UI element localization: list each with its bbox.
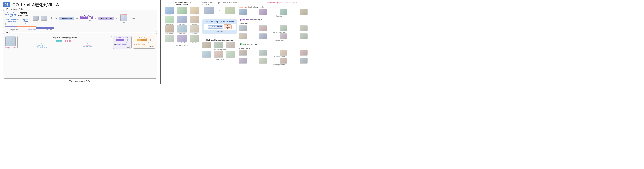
multiview-label: Multiview Images xyxy=(36,46,47,48)
robot-thumb-load-dishes xyxy=(177,16,187,23)
hq-thumbs-2 xyxy=(202,51,237,58)
action-expert-box: Action Expert ... a₀ a₁ a₂ a₃ a₄ … al-1 … xyxy=(133,36,156,49)
eff-thumb-6 xyxy=(259,58,267,64)
efficient-group: Efficient post-training tounseen tasks p… xyxy=(239,42,320,66)
robot-label-make-coffee: make coffee xyxy=(166,33,172,34)
specialized-group: Specialized post-training todifficult ta… xyxy=(239,18,320,41)
slide-title: GO-1：VLA进化到ViLLA xyxy=(12,2,59,8)
lam-decoder: LAM Decoder xyxy=(98,17,114,20)
zero-shot-thumb-4 xyxy=(300,9,308,15)
hq-thumbs xyxy=(202,42,237,48)
robot-cell-flatten-box: flatten box xyxy=(188,35,200,43)
robot-thumb-pack-bottles xyxy=(177,7,187,14)
planner-tok-4 xyxy=(122,39,124,41)
specialized-rows: empty apartment dryer batch fold shirts xyxy=(239,25,320,41)
task-icon: I xyxy=(87,43,88,44)
robot-label-set-table: set table xyxy=(168,42,172,43)
robot-cell-make-coffee: make coffee xyxy=(164,25,176,34)
action-tok-1 xyxy=(137,39,138,41)
frame-ellipsis: ... xyxy=(39,17,40,19)
hq-thumb-3 xyxy=(226,42,235,48)
robot-label-pack-bottles: pack bottles xyxy=(179,14,185,16)
latent-tokens-sub: z₀ z₁ z₂ z₃ … zk-1 xyxy=(82,19,91,21)
framework-caption: The framework of GO-1 xyxy=(3,80,157,82)
robot-dataset-col: π cross-embodimentrobot dataset bus tabl… xyxy=(164,2,200,83)
lam-encoder: LAM Encoder xyxy=(59,17,74,20)
pi0-url[interactable]: https://physicalintelligence.company/blo… xyxy=(239,2,320,4)
latent-tokens-label: Latent Action Tokens xyxy=(80,15,93,17)
hq-thumb-2 xyxy=(214,42,223,48)
top-header-labels: Internet-scalepre-training Open X-Embodi… xyxy=(202,2,237,5)
robot-cell-open-popcorn: open popcorn xyxy=(164,16,176,25)
data-src-cross: Cross-EmbodimentRobot Data xyxy=(5,19,19,23)
results-col: https://physicalintelligence.company/blo… xyxy=(239,2,320,83)
eff-thumb-1 xyxy=(239,50,247,56)
robot-label-sort-legos: sort legos xyxy=(192,24,197,25)
planner-icon-row: ⊡ Latent Planning xyxy=(114,44,130,46)
arrow-2: → xyxy=(76,17,78,20)
action-tok-l xyxy=(150,39,151,41)
robot-grid: bus table pack bottles bag groceries ope… xyxy=(164,7,200,43)
data-src-human: Human Videos xyxy=(18,15,28,17)
robot-thumb-empty-dryer xyxy=(190,25,199,33)
recon-sub: lt+n xyxy=(123,21,125,23)
pretrained-vlm-box: pre-trained VLM xyxy=(208,25,223,29)
robot-thumb-pack-shelf xyxy=(177,35,187,42)
teal-token-row: ... ... xyxy=(19,40,110,42)
bar-row-2 xyxy=(5,27,156,29)
go1-inner: 🦾 "Hang the T-shirt" Large Vision-langua… xyxy=(5,36,156,49)
specialized-title: Specialized post-training todifficult ta… xyxy=(239,18,320,25)
robot-label-bag-groceries: bag groceries xyxy=(191,14,198,16)
action-icon: ⊛ xyxy=(134,43,136,46)
robot-thumb-bus-table xyxy=(165,7,174,14)
eff-thumb-3 xyxy=(280,50,287,56)
spec-thumb-7 xyxy=(280,34,287,39)
action-subs: a₀ a₁ a₂ a₃ a₄ … al-1 xyxy=(134,41,154,43)
bar-label-img: Image & Text xyxy=(5,29,23,30)
action-expert-title: Action Expert xyxy=(134,37,154,39)
pretrain-thumbs: → xyxy=(202,7,237,14)
pi0-inner-box: pre-trained VLM action expert xyxy=(204,24,236,30)
open-x-label: Open X-Embodiment Dataset xyxy=(217,2,237,5)
tokenizer-label: Tokenizer xyxy=(84,44,91,46)
tok-dots: ... xyxy=(89,17,90,19)
hq-section-label-1: high dexterity tasks xyxy=(202,49,237,50)
data-src-agibot: AgiBotWorld xyxy=(23,19,28,23)
planner-rows: ... z₀ z₁ z₂ z₃ … zk-1 xyxy=(114,39,130,43)
eff-row-label-1: put items in drawer xyxy=(239,56,320,57)
zero-shot-thumb-2 xyxy=(259,9,267,15)
vlm-sub-labels: ⊞ InternViT Multiview Images I Tokenizer… xyxy=(19,43,110,48)
bar-row-1 xyxy=(5,26,156,27)
efficient-rows: put items in drawer replace paper towel xyxy=(239,50,320,66)
img-text-bar xyxy=(5,26,36,27)
planner-tok-3 xyxy=(120,39,122,41)
zero-shot-group: Zero-shot in-distribution tasks bus tabl… xyxy=(239,5,320,17)
zero-shot-title: Zero-shot in-distribution tasks xyxy=(239,5,320,9)
robot-caption: "Hang the T-shirt" xyxy=(5,47,16,48)
planner-sub-label: Latent Planning xyxy=(116,44,126,46)
slide-number: 01 xyxy=(3,2,10,8)
reconstructed-label: Reconstructed xyxy=(119,14,128,15)
latent-tokens-row: ... xyxy=(80,17,92,19)
vlm-inner: ... ... ⊞ InternViT Multiview Images xyxy=(19,40,110,48)
planner-icon: ⊡ xyxy=(114,44,116,46)
spec-thumb-2 xyxy=(259,25,267,31)
tok-pink-2 xyxy=(67,40,68,42)
down-arrow-2: ↓ xyxy=(202,35,237,38)
bar-label-robot: Robot Action xyxy=(42,29,56,30)
zero-shot-row-label: bus table xyxy=(239,15,320,17)
hq-data-label: High-quality post-training data xyxy=(202,39,237,41)
latent-action-bar xyxy=(36,27,54,29)
planner-tok-row: ... xyxy=(114,39,130,41)
pi0-model-box: π₀ vision-language-action model pre-trai… xyxy=(202,20,237,34)
hq-thumb-6 xyxy=(226,51,235,58)
hq-data-section: High-quality post-training data high dex… xyxy=(202,39,237,60)
stage1-label: Stage-1 xyxy=(130,17,136,19)
spec-thumbs-1 xyxy=(239,25,320,31)
spec-row-label-2: batch fold shirts xyxy=(239,40,320,41)
robot-label-load-dishes: load dishes xyxy=(179,24,185,25)
tok-teal-2 xyxy=(58,40,60,42)
many-more-label: and many more! xyxy=(164,45,200,47)
data-sources: Web-scaleVision-languageData EGO4D Human… xyxy=(5,12,31,25)
frame-subs: lt ... lt+n xyxy=(48,17,53,20)
